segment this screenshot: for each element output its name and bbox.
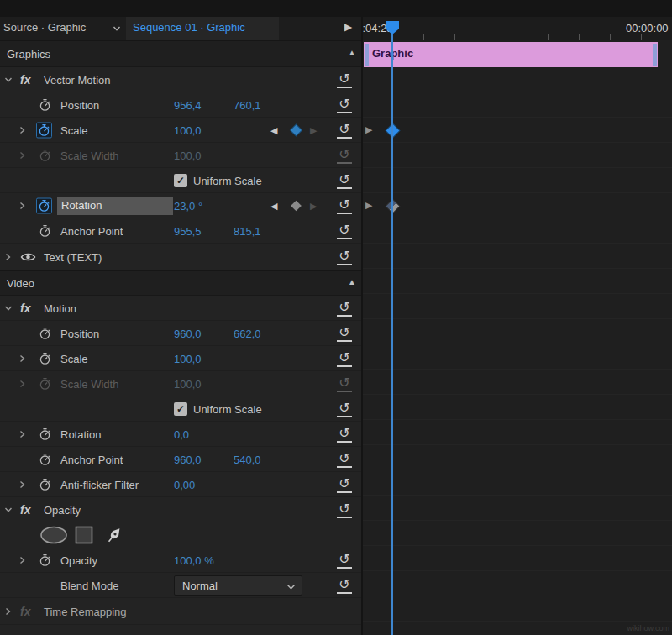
lane-keyframe-arrow-icon[interactable]: ▶: [365, 124, 372, 135]
param-label-selected[interactable]: Rotation: [57, 197, 173, 215]
reset-icon[interactable]: ↺: [337, 451, 352, 468]
param-row-motion-rotation: Rotation 0,0 ↺: [0, 422, 361, 447]
blend-mode-dropdown[interactable]: Normal: [174, 575, 302, 596]
twirl-closed-icon[interactable]: [4, 253, 12, 261]
lane-keyframe-arrow-icon[interactable]: ▶: [365, 200, 372, 211]
reset-icon[interactable]: ↺: [337, 122, 352, 139]
param-value: 100,0: [174, 149, 202, 161]
twirl-open-icon[interactable]: [4, 506, 13, 514]
twirl-closed-icon[interactable]: [18, 151, 26, 160]
effect-title[interactable]: Time Remapping: [44, 605, 127, 617]
reset-icon[interactable]: ↺: [337, 401, 352, 417]
reset-icon[interactable]: ↺: [337, 223, 352, 239]
time-ruler[interactable]: 00:04:23 00:00:00: [363, 17, 672, 40]
param-value-x[interactable]: 956,4: [174, 98, 202, 111]
stopwatch-icon[interactable]: [37, 325, 53, 341]
reset-icon[interactable]: ↺: [337, 476, 352, 493]
param-value[interactable]: 23,0 °: [174, 199, 202, 212]
chevron-down-icon[interactable]: [113, 25, 121, 32]
prev-keyframe-icon[interactable]: ◀: [270, 124, 277, 135]
next-keyframe-icon[interactable]: ▶: [310, 124, 317, 135]
timecode-end: 00:00:00: [626, 22, 669, 34]
collapse-triangle-icon[interactable]: ▲: [348, 277, 356, 286]
mask-tools-row: [0, 522, 361, 548]
stopwatch-icon[interactable]: [37, 97, 53, 113]
param-value-x[interactable]: 960,0: [174, 453, 202, 465]
ellipse-mask-icon[interactable]: [39, 525, 69, 545]
eye-icon[interactable]: [20, 251, 36, 262]
uniform-scale-checkbox[interactable]: ✓: [174, 402, 187, 416]
stopwatch-icon-active[interactable]: [36, 122, 52, 138]
param-value-y[interactable]: 540,0: [234, 453, 261, 465]
param-value[interactable]: 0,00: [174, 478, 195, 491]
reset-icon[interactable]: ↺: [337, 97, 352, 113]
param-value-y[interactable]: 662,0: [234, 327, 261, 339]
reset-icon[interactable]: ↺: [337, 172, 352, 189]
effect-title[interactable]: Opacity: [44, 503, 81, 516]
reset-icon[interactable]: ↺: [337, 577, 352, 594]
effect-title[interactable]: Text (TEXT): [44, 250, 102, 263]
reset-icon[interactable]: ↺: [337, 325, 352, 342]
prev-keyframe-icon[interactable]: ◀: [270, 200, 277, 211]
param-label: Position: [60, 98, 99, 111]
param-value-y[interactable]: 815,1: [234, 224, 261, 237]
stopwatch-icon: [37, 375, 53, 391]
stopwatch-icon[interactable]: [37, 350, 53, 366]
active-tab-label: Sequence 01 · Graphic: [133, 21, 245, 34]
reset-icon[interactable]: ↺: [337, 300, 352, 317]
add-keyframe-icon[interactable]: [291, 124, 302, 135]
twirl-closed-icon[interactable]: [18, 354, 26, 363]
tab-source-graphic[interactable]: Source · Graphic: [3, 21, 86, 34]
reset-icon[interactable]: ↺: [337, 71, 352, 88]
playhead-line[interactable]: [391, 22, 393, 635]
reset-icon[interactable]: ↺: [337, 249, 352, 265]
lane-row-separators: [363, 67, 672, 625]
twirl-open-icon[interactable]: [4, 76, 13, 84]
clip-bar-graphic[interactable]: Graphic: [364, 42, 658, 67]
reset-icon[interactable]: ↺: [337, 350, 352, 367]
param-label: Scale Width: [60, 149, 118, 161]
panel-menu-arrow-icon[interactable]: ▶: [344, 21, 352, 33]
clip-left-handle[interactable]: [365, 44, 369, 66]
effect-title[interactable]: Vector Motion: [44, 73, 111, 86]
stopwatch-icon[interactable]: [37, 552, 53, 568]
twirl-closed-icon[interactable]: [18, 430, 26, 438]
stopwatch-icon[interactable]: [37, 223, 53, 239]
effect-controls-timeline: 00:04:23 00:00:00 Graphic ▶ ▶: [361, 17, 672, 635]
effect-title[interactable]: Motion: [44, 302, 76, 314]
param-value[interactable]: 100,0: [174, 352, 202, 365]
param-value-x[interactable]: 955,5: [174, 224, 202, 237]
clip-right-handle[interactable]: [653, 44, 657, 66]
uniform-scale-checkbox[interactable]: ✓: [174, 174, 187, 187]
stopwatch-icon[interactable]: [37, 426, 53, 442]
twirl-closed-icon[interactable]: [18, 380, 26, 388]
stopwatch-icon[interactable]: [37, 451, 53, 467]
rectangle-mask-icon[interactable]: [74, 525, 94, 545]
twirl-closed-icon[interactable]: [18, 126, 26, 134]
twirl-closed-icon[interactable]: [4, 607, 12, 616]
param-value[interactable]: 0,0: [174, 428, 189, 440]
reset-icon[interactable]: ↺: [337, 501, 352, 518]
watermark: wikihow.com: [627, 624, 669, 632]
section-title: Graphics: [7, 48, 50, 60]
fx-badge-icon: fx: [20, 605, 30, 618]
reset-icon[interactable]: ↺: [337, 197, 352, 214]
reset-icon[interactable]: ↺: [337, 552, 352, 569]
effect-row-motion: fx Motion ↺: [0, 296, 361, 321]
twirl-closed-icon[interactable]: [18, 480, 26, 489]
collapse-triangle-icon[interactable]: ▲: [348, 48, 356, 57]
stopwatch-icon-active[interactable]: [36, 197, 52, 213]
param-value-x[interactable]: 960,0: [174, 327, 202, 339]
pen-mask-icon[interactable]: [104, 525, 124, 545]
param-value[interactable]: 100,0: [174, 123, 202, 136]
twirl-closed-icon[interactable]: [18, 556, 26, 564]
twirl-closed-icon[interactable]: [18, 202, 26, 210]
next-keyframe-icon[interactable]: ▶: [310, 200, 317, 211]
param-value-y[interactable]: 760,1: [234, 98, 261, 111]
stopwatch-icon[interactable]: [37, 476, 53, 492]
reset-icon[interactable]: ↺: [337, 426, 352, 443]
add-keyframe-icon[interactable]: [291, 200, 302, 211]
twirl-open-icon[interactable]: [4, 304, 13, 312]
tab-sequence-graphic[interactable]: Sequence 01 · Graphic: [126, 17, 279, 40]
param-value[interactable]: 100,0 %: [174, 554, 214, 566]
